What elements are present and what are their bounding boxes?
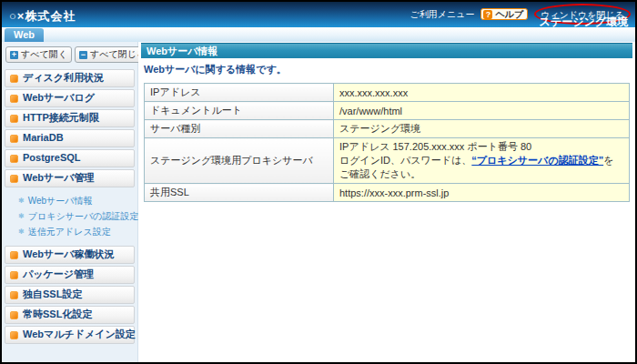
row-label: IPアドレス	[145, 84, 334, 102]
proxy-auth-settings-link[interactable]: “プロキシサーバの認証設定”	[471, 155, 603, 166]
row-value: https://xxx-xxx.prm-ssl.jp	[334, 184, 630, 202]
sidebar-item-mariadb[interactable]: MariaDB	[5, 129, 135, 147]
app-window: ○×株式会社 ご利用メニュー ? ヘルプ ウィンドウを閉じる ステージング環境 …	[0, 0, 637, 364]
sidebar-item-label: HTTP接続元制限	[23, 112, 99, 123]
tab-web[interactable]: Web	[5, 28, 44, 42]
proxy-auth-text-before: ログインID、パスワードは、	[339, 155, 471, 166]
sidebar-item-http-access-restriction[interactable]: HTTP接続元制限	[5, 109, 135, 127]
sidebar-item-always-ssl[interactable]: 常時SSL化設定	[5, 306, 135, 324]
sparkle-bullet-icon: ✱	[18, 228, 25, 237]
orange-bullet-icon	[10, 251, 18, 259]
top-header: ○×株式会社 ご利用メニュー ? ヘルプ ウィンドウを閉じる ステージング環境	[2, 2, 635, 27]
row-value: xxx.xxx.xxx.xxx	[334, 84, 630, 102]
sidebar-item-label: Webマルチドメイン設定	[23, 329, 136, 339]
question-icon: ?	[483, 10, 492, 19]
sidebar: + すべて開く − すべて閉じる ディスク利用状況 Webサーバログ HTTP接…	[2, 42, 138, 362]
table-row-shared-ssl: 共用SSL https://xxx-xxx.prm-ssl.jp	[145, 184, 630, 202]
orange-bullet-icon	[10, 155, 18, 163]
sparkle-bullet-icon: ✱	[18, 197, 25, 206]
sidebar-item-package-management[interactable]: パッケージ管理	[5, 266, 135, 284]
table-row-server-type: サーバ種別 ステージング環境	[145, 120, 630, 138]
orange-bullet-icon	[10, 291, 18, 299]
table-row-staging-proxy: ステージング環境用プロキシサーバ IPアドレス 157.205.xxx.xxx …	[145, 138, 630, 184]
sidebar-subitem-source-address[interactable]: ✱ 送信元アドレス設定	[18, 226, 133, 238]
sidebar-item-web-server-management[interactable]: Webサーバ管理	[5, 169, 135, 187]
usage-menu-link[interactable]: ご利用メニュー	[410, 8, 474, 21]
sidebar-item-label: ディスク利用状況	[23, 72, 104, 83]
sidebar-item-label: 常時SSL化設定	[23, 308, 92, 319]
sidebar-item-label: 独自SSL設定	[23, 288, 82, 299]
main-panel: Webサーバ情報 Webサーバに関する情報です。 IPアドレス xxx.xxx.…	[138, 42, 635, 362]
help-button[interactable]: ? ヘルプ	[480, 8, 528, 20]
sidebar-subitem-web-server-info[interactable]: ✱ Webサーバ情報	[18, 195, 133, 207]
orange-bullet-icon	[10, 135, 18, 143]
orange-bullet-icon	[10, 331, 18, 339]
sidebar-item-postgresql[interactable]: PostgreSQL	[5, 149, 135, 167]
page-title: Webサーバ情報	[141, 43, 632, 58]
expand-all-button[interactable]: + すべて開く	[5, 46, 72, 63]
orange-bullet-icon	[10, 75, 18, 83]
collapse-all-label: すべて閉じる	[90, 48, 146, 61]
row-value: IPアドレス 157.205.xxx.xxx ポート番号 80 ログインID、パ…	[334, 138, 630, 184]
expand-all-label: すべて開く	[21, 48, 67, 61]
sidebar-item-label: PostgreSQL	[23, 152, 81, 163]
orange-bullet-icon	[10, 175, 18, 183]
tab-strip: Web	[2, 27, 635, 42]
table-row-ip-address: IPアドレス xxx.xxx.xxx.xxx	[145, 84, 630, 102]
company-name: ○×株式会社	[9, 8, 76, 25]
sidebar-subitem-label: Webサーバ情報	[28, 195, 93, 207]
orange-bullet-icon	[10, 311, 18, 319]
sidebar-submenu: ✱ Webサーバ情報 ✱ プロキシサーバの認証設定 ✱ 送信元アドレス設定	[5, 189, 135, 246]
content-area: + すべて開く − すべて閉じる ディスク利用状況 Webサーバログ HTTP接…	[2, 42, 635, 362]
sidebar-item-web-server-log[interactable]: Webサーバログ	[5, 89, 135, 107]
sidebar-subitem-label: プロキシサーバの認証設定	[28, 210, 139, 223]
orange-bullet-icon	[10, 115, 18, 123]
row-label: ステージング環境用プロキシサーバ	[145, 138, 334, 184]
proxy-auth-line: ログインID、パスワードは、“プロキシサーバの認証設定”をご確認ください。	[339, 154, 623, 181]
sidebar-item-label: MariaDB	[23, 132, 64, 143]
sidebar-subitem-proxy-auth[interactable]: ✱ プロキシサーバの認証設定	[18, 210, 133, 223]
row-value: /var/www/html	[334, 102, 630, 120]
row-label: 共用SSL	[145, 184, 334, 202]
row-label: ドキュメントルート	[145, 102, 334, 120]
sidebar-item-web-server-status[interactable]: Webサーバ稼働状況	[5, 246, 135, 264]
sidebar-item-label: Webサーバ稼働状況	[23, 248, 115, 259]
help-label: ヘルプ	[495, 8, 523, 21]
table-row-document-root: ドキュメントルート /var/www/html	[145, 102, 630, 120]
sidebar-subitem-label: 送信元アドレス設定	[28, 226, 111, 238]
orange-bullet-icon	[10, 95, 18, 103]
row-label: サーバ種別	[145, 120, 334, 138]
sidebar-item-web-multidomain[interactable]: Webマルチドメイン設定	[5, 326, 135, 344]
sidebar-item-label: Webサーバログ	[23, 92, 95, 103]
server-info-table: IPアドレス xxx.xxx.xxx.xxx ドキュメントルート /var/ww…	[144, 83, 630, 202]
sidebar-item-disk-usage[interactable]: ディスク利用状況	[5, 69, 135, 87]
proxy-address-line: IPアドレス 157.205.xxx.xxx ポート番号 80	[339, 140, 623, 154]
row-value: ステージング環境	[334, 120, 630, 138]
plus-icon: +	[10, 51, 18, 59]
sparkle-bullet-icon: ✱	[18, 212, 25, 221]
orange-bullet-icon	[10, 271, 18, 279]
minus-icon: −	[79, 51, 87, 59]
sidebar-item-label: Webサーバ管理	[23, 172, 95, 183]
sidebar-toolbar: + すべて開く − すべて閉じる	[5, 46, 135, 63]
page-description: Webサーバに関する情報です。	[144, 63, 631, 76]
sidebar-item-custom-ssl[interactable]: 独自SSL設定	[5, 286, 135, 304]
sidebar-item-label: パッケージ管理	[23, 268, 94, 279]
